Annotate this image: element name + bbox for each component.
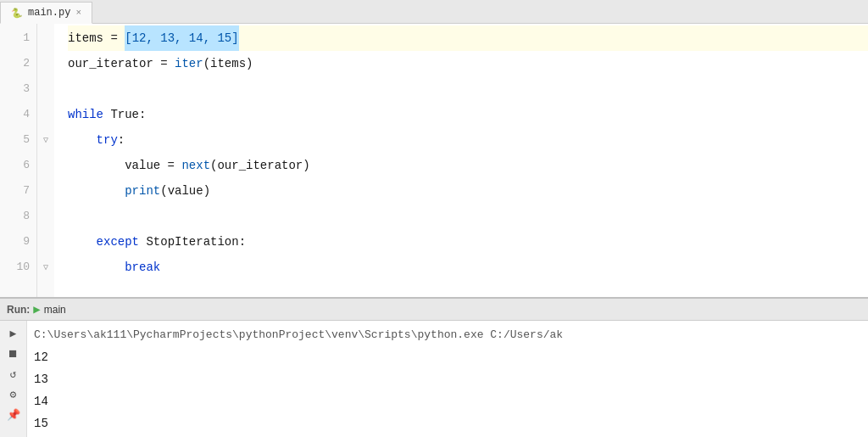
gutter-1 <box>37 25 54 51</box>
gutter-3 <box>37 76 54 102</box>
stop-button[interactable]: ⏹ <box>4 345 23 363</box>
code-token: try <box>97 127 118 153</box>
tab-bar: 🐍 main.py × <box>0 0 868 24</box>
line-num-3: 3 <box>23 76 30 102</box>
gutter-7 <box>37 178 54 204</box>
code-line-5: try : <box>68 127 868 153</box>
code-token: iter <box>175 51 203 76</box>
output-number: 12 <box>34 346 48 368</box>
run-toolbar: ▶ ⏹ ↺ ⚙ 📌 <box>0 321 27 437</box>
code-token: except <box>97 229 139 255</box>
code-token: our_iterator <box>68 51 153 76</box>
file-tab[interactable]: 🐍 main.py × <box>0 2 92 24</box>
line-num-2: 2 <box>23 51 30 76</box>
code-token: = <box>103 25 125 51</box>
code-line-6: value = next (our_iterator) <box>68 153 868 178</box>
gutter-8 <box>37 204 54 229</box>
gutter-fold-5[interactable]: ▽ <box>37 127 54 153</box>
code-line-1: items = [12, 13, 14, 15] <box>68 25 868 51</box>
code-token <box>68 229 97 255</box>
line-num-8: 8 <box>23 204 30 229</box>
code-token: value = <box>68 153 181 178</box>
bottom-content: ▶ ⏹ ↺ ⚙ 📌 C:\Users\ak111\PycharmProjects… <box>0 321 868 437</box>
gutter-9 <box>37 229 54 255</box>
code-token: True: <box>103 102 146 127</box>
code-line-7: print (value) <box>68 178 868 204</box>
editor-area: 1 2 3 4 5 6 7 8 9 10 ▽ ▽ items = [12, 13… <box>0 24 868 297</box>
code-editor[interactable]: items = [12, 13, 14, 15] our_iterator = … <box>54 24 868 297</box>
code-line-2: our_iterator = iter (items) <box>68 51 868 76</box>
gutter-fold-10[interactable]: ▽ <box>37 255 54 280</box>
line-num-1: 1 <box>23 25 30 51</box>
line-num-7: 7 <box>23 178 30 204</box>
line-num-5: 5 <box>23 127 30 153</box>
code-token: = <box>153 51 175 76</box>
line-num-6: 6 <box>23 153 30 178</box>
gutter-4 <box>37 102 54 127</box>
gutter-2 <box>37 51 54 76</box>
tab-close-button[interactable]: × <box>75 8 81 18</box>
code-token: (items) <box>203 51 253 76</box>
code-token: StopIteration: <box>139 229 246 255</box>
code-token: next <box>181 153 210 178</box>
code-line-10: break <box>68 255 868 280</box>
code-token: print <box>125 178 160 204</box>
code-token: : <box>118 127 125 153</box>
code-token: items <box>68 25 103 51</box>
python-file-icon: 🐍 <box>11 8 23 19</box>
bottom-panel: Run: ▶ main ▶ ⏹ ↺ ⚙ 📌 C:\Users\ak111\Pyc… <box>0 297 868 437</box>
code-token <box>68 127 97 153</box>
output-value-12: 12 <box>34 346 861 368</box>
output-path-line: C:\Users\ak111\PycharmProjects\pythonPro… <box>34 324 861 346</box>
output-value-15: 15 <box>34 412 861 434</box>
rerun-button[interactable]: ↺ <box>4 365 23 384</box>
run-button[interactable]: ▶ <box>4 324 23 343</box>
gutter-icons: ▽ ▽ <box>37 24 54 297</box>
line-num-9: 9 <box>23 229 30 255</box>
output-area: C:\Users\ak111\PycharmProjects\pythonPro… <box>27 321 868 437</box>
line-numbers: 1 2 3 4 5 6 7 8 9 10 <box>0 24 37 297</box>
pin-button[interactable]: 📌 <box>4 406 23 424</box>
line-num-4: 4 <box>23 102 30 127</box>
code-token: break <box>125 255 160 280</box>
code-line-8 <box>68 204 868 229</box>
code-token: while <box>68 102 103 127</box>
code-token: (our_iterator) <box>210 153 310 178</box>
run-tab-name[interactable]: main <box>44 304 66 316</box>
gutter-6 <box>37 153 54 178</box>
run-icon: ▶ <box>33 302 40 317</box>
line-num-10: 10 <box>16 255 30 280</box>
settings-button[interactable]: ⚙ <box>4 385 23 404</box>
tab-filename: main.py <box>28 7 70 19</box>
code-line-9: except StopIteration: <box>68 229 868 255</box>
code-token <box>68 178 125 204</box>
output-number: 13 <box>34 368 48 390</box>
code-token: (value) <box>160 178 210 204</box>
code-line-3 <box>68 76 868 102</box>
bottom-tab-bar: Run: ▶ main <box>0 299 868 321</box>
output-value-14: 14 <box>34 390 861 412</box>
output-value-13: 13 <box>34 368 861 390</box>
code-token <box>68 255 125 280</box>
run-label: Run: <box>7 304 30 316</box>
output-number: 15 <box>34 412 48 434</box>
code-token: [12, 13, 14, 15] <box>125 25 238 51</box>
code-line-4: while True: <box>68 102 868 127</box>
output-number: 14 <box>34 390 48 412</box>
